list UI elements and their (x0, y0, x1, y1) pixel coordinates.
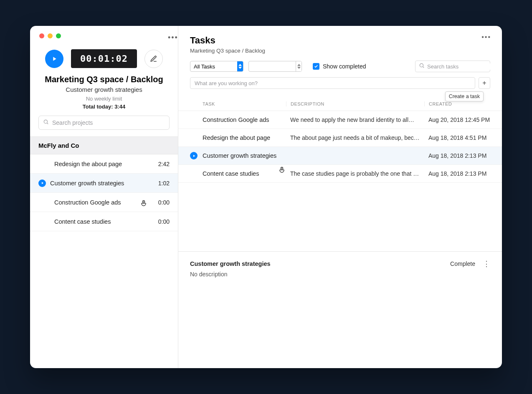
checkbox-checked-icon (313, 63, 319, 70)
pencil-icon (150, 55, 157, 63)
play-icon[interactable] (190, 152, 198, 159)
sidebar-item-label: Redesign the about page (50, 161, 158, 167)
add-task-button[interactable]: + (479, 77, 490, 89)
detail-description: No description (190, 271, 490, 278)
column-header-task[interactable]: TASK (203, 101, 286, 106)
sidebar-item-task[interactable]: Customer growth strategies 1:02 (30, 174, 178, 193)
column-header-created[interactable]: CREATED (424, 101, 490, 106)
window-controls (30, 26, 178, 38)
new-task-input[interactable] (190, 77, 475, 89)
table-row[interactable]: Construction Google ads We need to apply… (178, 111, 502, 129)
minimize-window-icon[interactable] (48, 33, 53, 38)
svg-point-0 (44, 120, 47, 123)
sidebar-item-time: 2:42 (158, 161, 170, 167)
search-icon (43, 119, 49, 126)
current-task-name: Customer growth strategies (30, 86, 178, 96)
secondary-filter-select[interactable] (248, 61, 302, 72)
sidebar-item-task[interactable]: Content case studies 0:00 (30, 212, 178, 231)
table-row[interactable]: Redesign the about page The about page j… (178, 129, 502, 147)
task-created: Aug 18, 2018 2:13 PM (424, 170, 490, 177)
task-created: Aug 20, 2018 12:45 PM (424, 116, 490, 123)
task-name: Redesign the about page (203, 134, 286, 141)
create-task-tooltip: Create a task (445, 91, 484, 101)
play-icon (51, 56, 58, 62)
task-created: Aug 18, 2018 4:51 PM (424, 134, 490, 141)
project-list: Redesign the about page 2:42 Customer gr… (30, 154, 178, 231)
sidebar-item-time: 1:02 (158, 180, 170, 187)
current-project-path: Marketing Q3 space / Backlog (30, 72, 178, 86)
edit-time-button[interactable] (144, 50, 163, 68)
task-filter-select[interactable]: All Tasks (190, 61, 243, 72)
table-header: TASK DESCRIPTION CREATED (178, 101, 502, 111)
plus-icon: + (482, 79, 486, 87)
project-search-box[interactable] (38, 116, 170, 130)
task-name: Content case studies (203, 170, 286, 177)
sidebar-item-time: 0:00 (158, 199, 170, 206)
task-description: The about page just needs a bit of makeu… (286, 134, 424, 141)
sidebar: 00:01:02 Marketing Q3 space / Backlog Cu… (30, 26, 178, 368)
task-search-input[interactable] (427, 63, 497, 70)
sidebar-item-task[interactable]: Redesign the about page 2:42 (30, 154, 178, 174)
task-name: Construction Google ads (203, 116, 286, 123)
svg-point-1 (420, 63, 423, 67)
task-description: We need to apply the new brand identity … (286, 116, 424, 123)
task-table: TASK DESCRIPTION CREATED Construction Go… (178, 101, 502, 183)
weekly-limit-text: No weekly limit (30, 96, 178, 104)
task-search-box[interactable] (415, 61, 490, 72)
timer-row: 00:01:02 (30, 38, 178, 72)
app-window: 00:01:02 Marketing Q3 space / Backlog Cu… (30, 26, 502, 368)
close-window-icon[interactable] (39, 33, 44, 38)
sidebar-item-label: Customer growth strategies (50, 180, 158, 187)
stepper-icon (296, 61, 301, 71)
sidebar-item-label: Content case studies (50, 218, 158, 225)
search-icon (419, 63, 425, 70)
filters-row: All Tasks Sh (190, 61, 490, 72)
page-title: Tasks (190, 35, 490, 46)
complete-button[interactable]: Complete (450, 260, 475, 267)
project-search-input[interactable] (52, 119, 165, 126)
task-name: Customer growth strategies (203, 152, 286, 159)
maximize-window-icon[interactable] (56, 33, 61, 38)
main-panel: ••• Tasks Marketing Q3 space / Backlog A… (178, 26, 502, 368)
play-icon (38, 179, 46, 187)
kebab-icon[interactable]: ⋮ (483, 260, 490, 268)
show-completed-label: Show completed (323, 63, 366, 70)
sidebar-more-icon[interactable]: ••• (168, 33, 178, 42)
play-button[interactable] (45, 50, 63, 68)
sidebar-item-label: Construction Google ads (50, 199, 158, 206)
task-created: Aug 18, 2018 2:13 PM (424, 152, 490, 159)
sidebar-item-time: 0:00 (158, 218, 170, 225)
stepper-icon (237, 61, 243, 71)
task-filter-value: All Tasks (194, 63, 215, 70)
main-more-icon[interactable]: ••• (481, 33, 491, 41)
table-row[interactable]: Customer growth strategies Aug 18, 2018 … (178, 147, 502, 165)
timer-display: 00:01:02 (71, 49, 137, 68)
column-header-description[interactable]: DESCRIPTION (286, 101, 424, 106)
workspace-header[interactable]: McFly and Co (30, 136, 178, 154)
breadcrumb: Marketing Q3 space / Backlog (190, 48, 490, 54)
task-description: The case studies page is probably the on… (286, 170, 424, 177)
sidebar-item-task[interactable]: Construction Google ads 0:00 (30, 193, 178, 212)
detail-task-title: Customer growth strategies (190, 260, 271, 267)
total-today-text: Total today: 3:44 (30, 104, 178, 116)
task-detail-panel: Customer growth strategies Complete ⋮ No… (178, 251, 502, 368)
show-completed-toggle[interactable]: Show completed (313, 63, 366, 70)
table-row[interactable]: Content case studies The case studies pa… (178, 165, 502, 183)
